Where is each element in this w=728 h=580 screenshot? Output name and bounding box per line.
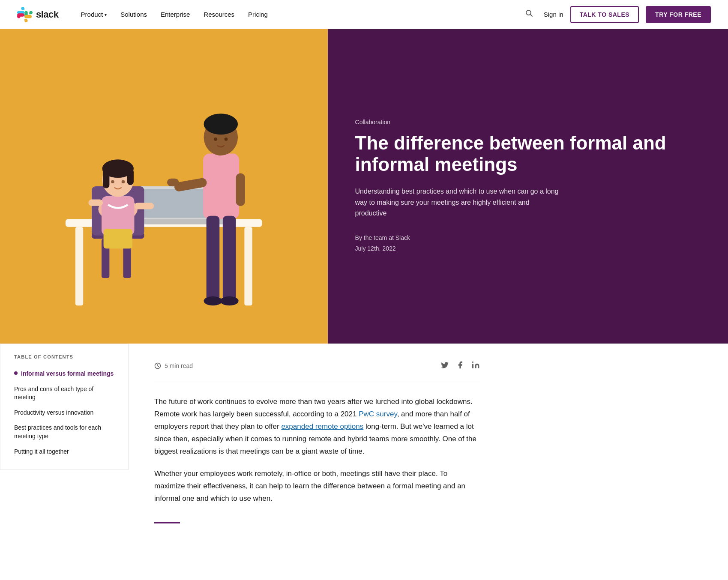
hero-image: [0, 29, 328, 344]
article-divider: [154, 522, 180, 523]
svg-rect-33: [167, 179, 179, 186]
svg-point-36: [472, 362, 473, 363]
try-for-free-button[interactable]: TRY FOR FREE: [646, 6, 711, 23]
navigation: slack Product ▾ Solutions Enterprise Res…: [0, 0, 728, 29]
svg-rect-20: [104, 229, 132, 248]
svg-rect-34: [236, 173, 245, 206]
svg-rect-21: [88, 200, 103, 206]
svg-rect-16: [103, 169, 109, 188]
article-paragraph-1: The future of work continues to evolve m…: [154, 396, 480, 457]
search-icon[interactable]: [521, 6, 537, 23]
remote-options-link[interactable]: expanded remote options: [281, 422, 363, 431]
logo-text: slack: [36, 9, 59, 20]
talk-to-sales-button[interactable]: TALK TO SALES: [570, 6, 639, 23]
nav-pricing[interactable]: Pricing: [241, 0, 275, 29]
clock-icon: [154, 362, 161, 369]
main-article: 5 min read The future of work continues …: [129, 344, 514, 575]
svg-point-27: [220, 296, 239, 305]
article-body: The future of work continues to evolve m…: [154, 396, 480, 505]
hero-section: Collaboration The difference between for…: [0, 29, 728, 344]
toc-sidebar: TABLE OF CONTENTS Informal versus formal…: [0, 344, 129, 575]
toc-container: TABLE OF CONTENTS Informal versus formal…: [0, 344, 129, 470]
svg-point-19: [122, 180, 125, 183]
svg-rect-23: [203, 154, 239, 219]
svg-rect-3: [75, 227, 83, 305]
hero-date: July 12th, 2022: [355, 243, 701, 254]
toc-item-best-practices[interactable]: Best practices and tools for each meetin…: [14, 420, 114, 444]
svg-point-29: [204, 114, 238, 135]
hero-subtitle: Understanding best practices and which t…: [355, 186, 561, 219]
article-meta-bar: 5 min read: [154, 361, 480, 382]
svg-rect-4: [244, 227, 252, 305]
facebook-icon[interactable]: [456, 361, 464, 371]
hero-content: Collaboration The difference between for…: [328, 29, 728, 344]
svg-rect-24: [207, 216, 220, 301]
toc-item-productivity[interactable]: Productivity versus innovation: [14, 405, 114, 421]
nav-enterprise[interactable]: Enterprise: [154, 0, 197, 29]
nav-right: Sign in TALK TO SALES TRY FOR FREE: [521, 6, 711, 23]
hero-category: Collaboration: [355, 119, 701, 126]
svg-point-26: [204, 296, 222, 305]
chevron-down-icon: ▾: [105, 12, 107, 17]
toc-heading: TABLE OF CONTENTS: [14, 354, 114, 359]
hero-meta: By the team at Slack July 12th, 2022: [355, 233, 701, 254]
svg-rect-17: [127, 169, 134, 185]
article-paragraph-2: Whether your employees work remotely, in…: [154, 468, 480, 505]
hero-title: The difference between formal and inform…: [355, 132, 701, 176]
svg-rect-22: [134, 203, 154, 209]
svg-point-18: [111, 180, 114, 183]
slack-logo-icon: [17, 7, 33, 22]
svg-point-31: [225, 138, 228, 141]
svg-rect-25: [223, 216, 236, 301]
nav-resources[interactable]: Resources: [197, 0, 241, 29]
social-share-icons: [440, 361, 480, 371]
signin-link[interactable]: Sign in: [544, 11, 563, 18]
toc-item-pros-cons[interactable]: Pros and cons of each type of meeting: [14, 382, 114, 405]
toc-active-dot: [14, 371, 18, 375]
toc-item-informal[interactable]: Informal versus formal meetings: [14, 366, 114, 382]
hero-author: By the team at Slack: [355, 233, 701, 243]
twitter-icon[interactable]: [440, 361, 449, 371]
read-time: 5 min read: [154, 362, 193, 369]
content-wrapper: TABLE OF CONTENTS Informal versus formal…: [0, 344, 728, 575]
nav-solutions[interactable]: Solutions: [114, 0, 154, 29]
linkedin-icon[interactable]: [471, 361, 480, 371]
svg-point-30: [214, 138, 217, 141]
nav-product[interactable]: Product ▾: [74, 0, 114, 29]
read-time-label: 5 min read: [165, 362, 193, 369]
toc-item-putting-together[interactable]: Putting it all together: [14, 444, 114, 460]
pwc-survey-link[interactable]: PwC survey: [359, 410, 397, 418]
nav-links: Product ▾ Solutions Enterprise Resources…: [74, 0, 521, 29]
hero-illustration: [0, 29, 328, 344]
logo-link[interactable]: slack: [17, 7, 59, 22]
